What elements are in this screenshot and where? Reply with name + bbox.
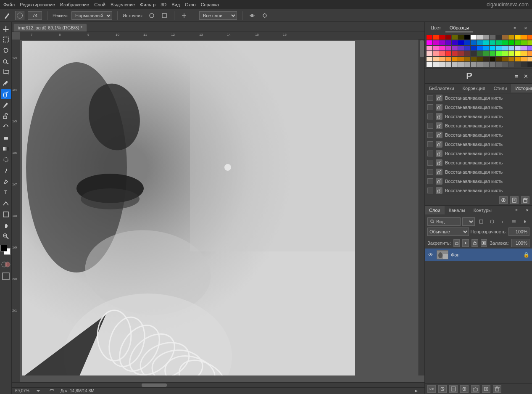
- color-swatch[interactable]: [508, 51, 514, 56]
- color-swatch[interactable]: [490, 46, 495, 50]
- color-swatch[interactable]: [458, 57, 464, 61]
- lock-position-btn[interactable]: [462, 239, 469, 247]
- color-swatch[interactable]: [471, 35, 477, 40]
- shape-tool[interactable]: [1, 209, 11, 219]
- history-item-checkbox[interactable]: [427, 123, 433, 129]
- menu-filter[interactable]: Фильтр: [140, 2, 155, 7]
- color-swatch[interactable]: [521, 51, 527, 56]
- path-select-tool[interactable]: [1, 198, 11, 209]
- link-layers-btn[interactable]: [427, 385, 436, 393]
- color-swatch[interactable]: [483, 46, 489, 50]
- pen-tool[interactable]: [1, 177, 11, 187]
- history-item[interactable]: Восстанавливающая кисть: [425, 167, 532, 177]
- history-item-checkbox[interactable]: [427, 95, 433, 101]
- filter-icon-5[interactable]: [520, 217, 529, 226]
- dodge-tool[interactable]: [1, 166, 11, 176]
- panel-icon-1[interactable]: ≡: [512, 71, 521, 81]
- color-swatch[interactable]: [445, 51, 451, 56]
- history-item-checkbox[interactable]: [427, 160, 433, 166]
- menu-help[interactable]: Справка: [201, 2, 219, 7]
- color-swatch[interactable]: [439, 35, 445, 40]
- menu-view[interactable]: Вид: [171, 2, 180, 7]
- layers-search-box[interactable]: Вид: [427, 217, 461, 226]
- color-swatch[interactable]: [490, 40, 495, 45]
- color-swatch[interactable]: [515, 35, 521, 40]
- color-swatch[interactable]: [515, 46, 521, 50]
- color-swatch[interactable]: [527, 46, 532, 50]
- color-swatch[interactable]: [477, 51, 483, 56]
- color-swatch[interactable]: [439, 57, 445, 61]
- color-swatch[interactable]: [502, 57, 508, 61]
- color-swatch[interactable]: [452, 51, 458, 56]
- tab-swatches[interactable]: Образцы: [445, 24, 473, 32]
- color-swatch[interactable]: [445, 46, 451, 50]
- color-swatch[interactable]: [433, 35, 439, 40]
- color-swatch[interactable]: [445, 57, 451, 61]
- color-swatch[interactable]: [464, 40, 470, 45]
- tab-color[interactable]: Цвет: [427, 24, 445, 32]
- color-swatch[interactable]: [527, 40, 532, 45]
- history-item-checkbox[interactable]: [427, 104, 433, 110]
- color-swatch[interactable]: [502, 51, 508, 56]
- color-swatch[interactable]: [508, 40, 514, 45]
- eraser-tool[interactable]: [1, 133, 11, 143]
- layer-visibility-eye[interactable]: 👁: [427, 251, 434, 258]
- foreground-color[interactable]: [0, 245, 7, 251]
- color-swatch[interactable]: [477, 35, 483, 40]
- color-swatch[interactable]: [502, 46, 508, 50]
- filter-icon-4[interactable]: [509, 217, 519, 226]
- color-swatch[interactable]: [527, 57, 532, 61]
- color-swatch[interactable]: [483, 35, 489, 40]
- hand-tool[interactable]: [1, 220, 11, 230]
- delete-state-btn[interactable]: [521, 196, 529, 204]
- history-item[interactable]: Восстанавливающая кисть: [425, 103, 532, 112]
- color-swatch[interactable]: [521, 35, 527, 40]
- color-swatch[interactable]: [496, 35, 502, 40]
- panel-menu-icon[interactable]: ≡: [510, 24, 519, 33]
- history-item[interactable]: Восстанавливающая кисть: [425, 158, 532, 167]
- gradient-tool[interactable]: [1, 144, 11, 154]
- color-swatch[interactable]: [490, 51, 495, 56]
- add-effect-btn[interactable]: fx: [438, 385, 447, 393]
- healing-tool active[interactable]: [1, 89, 11, 99]
- color-swatch[interactable]: [471, 51, 477, 56]
- history-item[interactable]: Восстанавливающая кисть: [425, 130, 532, 140]
- color-swatch[interactable]: [439, 40, 445, 45]
- menu-file[interactable]: Файл: [3, 2, 15, 7]
- color-swatch[interactable]: [527, 51, 532, 56]
- color-swatch[interactable]: [508, 62, 514, 67]
- color-swatch[interactable]: [458, 40, 464, 45]
- move-tool[interactable]: [1, 24, 11, 34]
- tab-channels[interactable]: Каналы: [445, 206, 469, 214]
- color-swatch[interactable]: [502, 62, 508, 67]
- filter-icon-1[interactable]: [477, 217, 486, 226]
- history-item-checkbox[interactable]: [427, 178, 433, 184]
- h-scrollbar-track[interactable]: [20, 383, 424, 387]
- history-item[interactable]: Восстанавливающая кисть: [425, 121, 532, 130]
- color-swatch[interactable]: [439, 51, 445, 56]
- color-swatch[interactable]: [527, 62, 532, 67]
- brush-size-box[interactable]: 74: [28, 11, 42, 20]
- color-swatch[interactable]: [471, 46, 477, 50]
- history-item-checkbox[interactable]: [427, 188, 433, 193]
- next-frame[interactable]: [412, 386, 421, 394]
- color-swatch[interactable]: [483, 40, 489, 45]
- menu-3d[interactable]: 3D: [161, 2, 166, 7]
- color-swatch[interactable]: [471, 57, 477, 61]
- color-swatch[interactable]: [515, 62, 521, 67]
- color-swatch[interactable]: [439, 62, 445, 67]
- crop-tool[interactable]: [1, 67, 11, 77]
- color-swatch[interactable]: [490, 62, 495, 67]
- color-swatch[interactable]: [483, 51, 489, 56]
- mode-select[interactable]: Нормальный: [71, 11, 112, 20]
- color-swatch[interactable]: [508, 35, 514, 40]
- color-swatch[interactable]: [427, 57, 432, 61]
- color-swatch[interactable]: [477, 40, 483, 45]
- history-item-checkbox[interactable]: [427, 169, 433, 175]
- source-icon-2[interactable]: [160, 11, 169, 20]
- add-mask-btn[interactable]: [449, 385, 458, 393]
- h-scrollbar[interactable]: [12, 382, 424, 387]
- tab-history[interactable]: История: [511, 84, 532, 93]
- history-item[interactable]: Восстанавливающая кисть: [425, 112, 532, 121]
- lock-pixels-btn[interactable]: [453, 239, 460, 247]
